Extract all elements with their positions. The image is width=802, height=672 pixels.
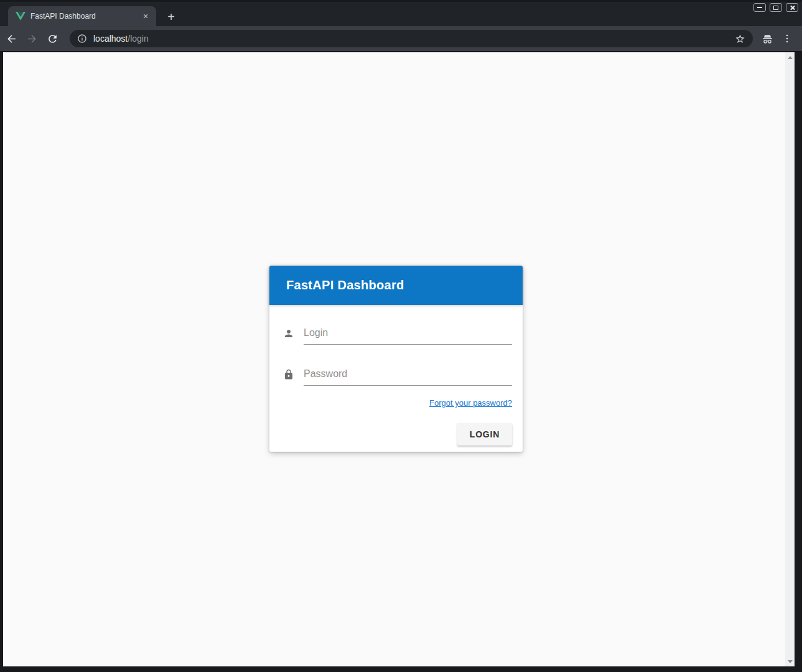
- login-button[interactable]: LOGIN: [457, 423, 512, 446]
- address-bar[interactable]: localhost/login: [70, 30, 753, 47]
- minimize-icon: [757, 7, 762, 8]
- login-input[interactable]: [304, 324, 512, 345]
- close-button[interactable]: [786, 3, 798, 12]
- browser-window: FastAPI Dashboard × +: [0, 0, 802, 672]
- tab-strip: FastAPI Dashboard × +: [0, 0, 802, 26]
- password-field-row: [283, 365, 512, 386]
- login-button-row: LOGIN: [283, 423, 512, 446]
- login-card: FastAPI Dashboard Forgot your passwo: [269, 266, 523, 452]
- scroll-up-icon: [788, 56, 793, 59]
- incognito-icon: [761, 32, 774, 45]
- maximize-button[interactable]: [770, 3, 782, 12]
- reload-icon: [47, 33, 58, 45]
- forgot-password-row: Forgot your password?: [283, 397, 512, 408]
- arrow-back-icon: [6, 33, 17, 45]
- url-path: /login: [128, 34, 148, 44]
- page-scrollbar[interactable]: [785, 52, 795, 666]
- url-text[interactable]: localhost/login: [93, 34, 732, 44]
- person-icon: [283, 328, 294, 339]
- page-content: FastAPI Dashboard Forgot your passwo: [3, 52, 795, 666]
- reload-button[interactable]: [43, 29, 62, 48]
- star-outline-icon: [735, 34, 745, 44]
- forward-button[interactable]: [22, 29, 41, 48]
- bookmark-button[interactable]: [732, 30, 748, 47]
- close-icon: [790, 5, 795, 11]
- login-card-body: Forgot your password? LOGIN: [269, 305, 523, 452]
- window-controls: [753, 3, 798, 12]
- page-info-icon[interactable]: [77, 34, 87, 44]
- login-card-title: FastAPI Dashboard: [286, 278, 404, 292]
- new-tab-button[interactable]: +: [163, 9, 179, 25]
- back-button[interactable]: [2, 29, 21, 48]
- incognito-badge: [758, 29, 776, 48]
- browser-menu-button[interactable]: [778, 29, 796, 48]
- lock-icon: [283, 369, 294, 380]
- scroll-up-button[interactable]: [785, 52, 795, 62]
- login-card-header: FastAPI Dashboard: [269, 266, 523, 305]
- password-input[interactable]: [304, 365, 512, 386]
- scroll-down-icon: [788, 660, 793, 663]
- minimize-button[interactable]: [753, 3, 766, 12]
- forgot-password-link[interactable]: Forgot your password?: [429, 398, 512, 408]
- three-dot-menu-icon: [781, 33, 793, 44]
- browser-toolbar: localhost/login: [0, 26, 802, 51]
- tab-title: FastAPI Dashboard: [30, 12, 140, 21]
- tab-close-icon[interactable]: ×: [140, 11, 151, 22]
- login-field-row: [283, 324, 512, 345]
- maximize-icon: [773, 6, 778, 10]
- tab-fastapi-dashboard[interactable]: FastAPI Dashboard ×: [8, 6, 156, 26]
- scroll-down-button[interactable]: [785, 656, 795, 666]
- url-host: localhost: [93, 34, 128, 44]
- vue-logo-icon: [16, 12, 26, 21]
- arrow-forward-icon: [26, 33, 38, 45]
